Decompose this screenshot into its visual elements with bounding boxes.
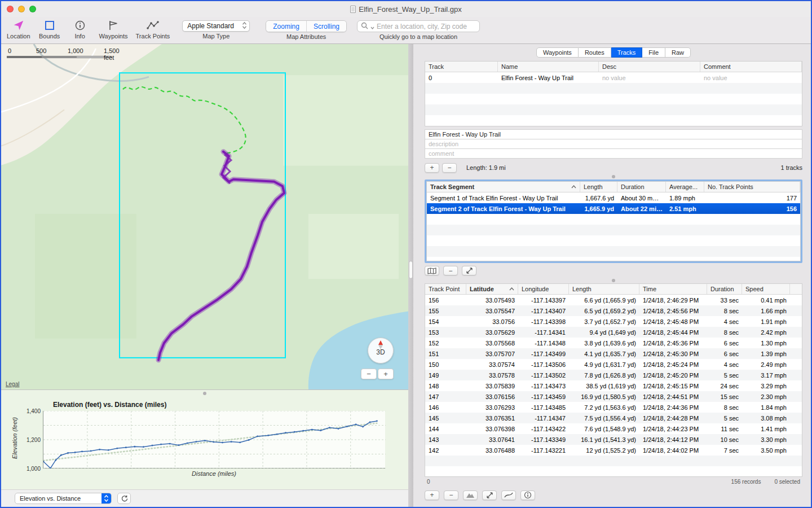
map-elevation-splitter[interactable] bbox=[1, 390, 408, 396]
map-area[interactable]: 0 500 1,000 1,500 feet 3D − + Legal bbox=[1, 44, 408, 390]
table-row[interactable]: 15433.0756-117.1433983.7 yd (1,652.7 yd)… bbox=[425, 316, 802, 327]
column-header-desc[interactable]: Desc bbox=[599, 62, 700, 72]
bounds-button[interactable]: Bounds bbox=[38, 19, 61, 40]
table-cell: 142 bbox=[425, 447, 466, 454]
y-tick-label: 1,200 bbox=[27, 437, 41, 443]
remove-point-button[interactable]: − bbox=[444, 491, 458, 500]
map-type-group: Apple Standard Map Type bbox=[182, 20, 250, 40]
tab-tracks[interactable]: Tracks bbox=[611, 47, 643, 58]
fullscreen-button[interactable] bbox=[29, 6, 36, 12]
segments-focus-ring: Track SegmentLengthDurationAverage...No.… bbox=[425, 179, 802, 263]
popup-chevrons-icon bbox=[242, 21, 247, 31]
table-row[interactable]: 0Elfin Forest - Way Up Trailno valueno v… bbox=[425, 72, 802, 83]
table-row[interactable]: 14633.076293-117.1434857.2 yd (1,563.6 y… bbox=[425, 402, 802, 413]
merge-segments-button[interactable] bbox=[462, 266, 476, 275]
legal-link[interactable]: Legal bbox=[6, 381, 19, 387]
column-header-average-[interactable]: Average... bbox=[666, 182, 704, 192]
tab-routes[interactable]: Routes bbox=[579, 47, 611, 58]
location-button[interactable]: Location bbox=[7, 19, 30, 40]
tab-raw[interactable]: Raw bbox=[665, 47, 691, 58]
elevation-tool-button[interactable] bbox=[463, 491, 478, 500]
table-row[interactable]: 14233.076488-117.14322112 yd (1,525.2 yd… bbox=[425, 445, 802, 456]
zoom-in-button[interactable]: + bbox=[378, 369, 394, 379]
tracks-count-label: 1 tracks bbox=[780, 164, 802, 171]
table-row[interactable]: Segment 1 of Track Elfin Forest - Way Up… bbox=[427, 192, 800, 203]
table-row[interactable]: 15133.075707-117.1434994.1 yd (1,635.7 y… bbox=[425, 348, 802, 359]
table-row[interactable]: 15033.07574-117.1435064.9 yd (1,631.7 yd… bbox=[425, 359, 802, 370]
table-row[interactable]: 14433.076398-117.1434227.6 yd (1,548.9 y… bbox=[425, 423, 802, 434]
track-comment-field[interactable] bbox=[425, 148, 802, 159]
column-header-length[interactable]: Length bbox=[569, 284, 639, 294]
tab-waypoints[interactable]: Waypoints bbox=[536, 47, 579, 58]
mountain-icon bbox=[466, 492, 475, 498]
table-row[interactable]: 15633.075493-117.1433976.6 yd (1,665.9 y… bbox=[425, 295, 802, 305]
splitter-handle[interactable] bbox=[409, 261, 412, 278]
compass-3d-control[interactable]: 3D bbox=[368, 338, 394, 364]
smooth-track-button[interactable] bbox=[501, 491, 516, 500]
location-search-field[interactable] bbox=[357, 20, 480, 32]
table-cell: 33.075493 bbox=[466, 297, 518, 304]
column-header-track-point[interactable]: Track Point bbox=[425, 284, 466, 294]
table-cell: 3.30 mph bbox=[742, 436, 790, 443]
table-cell: 1.84 mph bbox=[742, 404, 790, 411]
column-header-duration[interactable]: Duration bbox=[707, 284, 742, 294]
column-header-duration[interactable]: Duration bbox=[617, 182, 666, 192]
table-cell: 1/24/18, 2:45:36 PM bbox=[639, 340, 707, 347]
track-description-field[interactable] bbox=[425, 139, 802, 149]
chart-type-popup[interactable]: Elevation vs. Distance bbox=[15, 493, 112, 504]
segments-points-splitter[interactable] bbox=[425, 277, 802, 283]
y-tick-label: 1,000 bbox=[27, 466, 41, 472]
column-header-length[interactable]: Length bbox=[580, 182, 617, 192]
table-row[interactable]: 14533.076351-117.143477.5 yd (1,556.4 yd… bbox=[425, 413, 802, 423]
column-header-longitude[interactable]: Longitude bbox=[518, 284, 569, 294]
table-cell: 16.9 yd (1,580.5 yd) bbox=[569, 393, 639, 400]
map-canvas[interactable] bbox=[1, 44, 408, 389]
column-header-time[interactable]: Time bbox=[639, 284, 707, 294]
add-track-button[interactable]: + bbox=[425, 163, 439, 173]
search-input[interactable] bbox=[377, 23, 476, 30]
table-row[interactable]: 14833.075839-117.14347338.5 yd (1,619 yd… bbox=[425, 380, 802, 391]
pane-splitter[interactable] bbox=[408, 44, 413, 507]
tracks-segments-splitter[interactable] bbox=[425, 173, 802, 179]
column-header-speed[interactable]: Speed bbox=[742, 284, 790, 294]
column-header-track[interactable]: Track bbox=[425, 62, 498, 72]
refresh-chart-button[interactable] bbox=[117, 493, 131, 504]
table-cell: -117.143349 bbox=[518, 436, 569, 443]
table-row[interactable]: 15533.075547-117.1434076.5 yd (1,659.2 y… bbox=[425, 305, 802, 316]
table-row[interactable]: Segment 2 of Track Elfin Forest - Way Up… bbox=[427, 203, 800, 214]
show-on-map-button[interactable] bbox=[425, 266, 439, 275]
info-button[interactable]: Info bbox=[69, 19, 91, 40]
waypoints-button[interactable]: Waypoints bbox=[99, 19, 128, 40]
resize-points-button[interactable] bbox=[482, 491, 497, 500]
column-header-comment[interactable]: Comment bbox=[700, 62, 802, 72]
table-cell: -117.143397 bbox=[518, 297, 569, 304]
track-points-button[interactable]: Track Points bbox=[136, 19, 170, 40]
sort-ascending-icon bbox=[509, 287, 514, 291]
point-info-button[interactable] bbox=[520, 491, 535, 500]
tab-file[interactable]: File bbox=[642, 47, 665, 58]
table-row[interactable]: 15333.075629-117.143419.4 yd (1,649 yd)1… bbox=[425, 327, 802, 338]
close-button[interactable] bbox=[7, 6, 14, 12]
map-type-popup[interactable]: Apple Standard bbox=[182, 20, 250, 32]
scrolling-toggle[interactable]: Scrolling bbox=[306, 21, 346, 32]
info-circle-icon bbox=[524, 491, 532, 499]
table-cell: 33.075839 bbox=[466, 383, 518, 389]
minimize-button[interactable] bbox=[18, 6, 25, 12]
track-name-field[interactable] bbox=[425, 129, 802, 139]
column-header-track-segment[interactable]: Track Segment bbox=[427, 182, 580, 192]
column-header-no-track-points[interactable]: No. Track Points bbox=[704, 182, 800, 192]
table-cell: 6 sec bbox=[707, 340, 742, 347]
table-cell: 12 yd (1,525.2 yd) bbox=[569, 447, 639, 454]
table-row[interactable]: 14733.076156-117.14345916.9 yd (1,580.5 … bbox=[425, 391, 802, 402]
table-row[interactable]: 14933.07578-117.1435027.8 yd (1,626.8 yd… bbox=[425, 370, 802, 380]
column-header-name[interactable]: Name bbox=[498, 62, 599, 72]
table-cell: 33 sec bbox=[707, 297, 742, 304]
zoom-out-button[interactable]: − bbox=[361, 369, 377, 379]
zooming-toggle[interactable]: Zooming bbox=[266, 21, 306, 32]
add-point-button[interactable]: + bbox=[425, 491, 439, 500]
column-header-latitude[interactable]: Latitude bbox=[466, 284, 518, 294]
table-row[interactable]: 15233.075568-117.143483.8 yd (1,639.6 yd… bbox=[425, 338, 802, 348]
remove-segment-button[interactable]: − bbox=[443, 266, 458, 275]
remove-track-button[interactable]: − bbox=[442, 163, 457, 173]
table-row[interactable]: 14333.07641-117.14334916.1 yd (1,541.3 y… bbox=[425, 434, 802, 445]
